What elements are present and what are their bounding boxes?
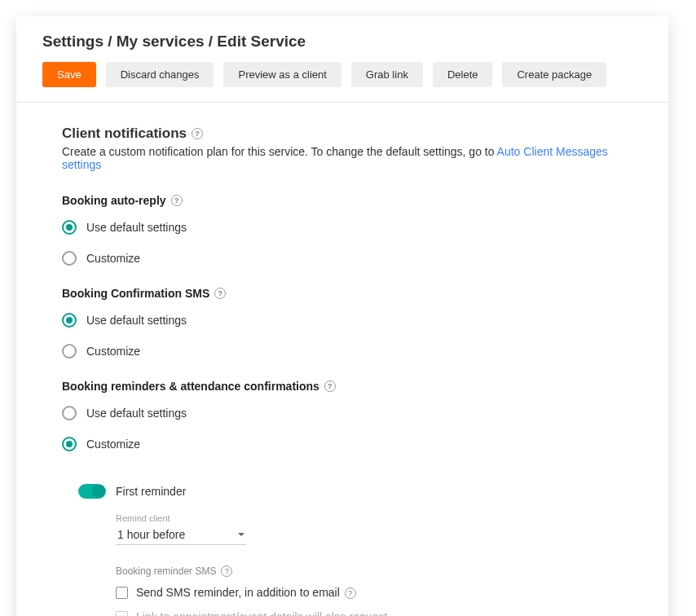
radio-label: Customize bbox=[86, 345, 140, 358]
help-icon[interactable]: ? bbox=[171, 195, 183, 206]
radio-selected-icon bbox=[62, 220, 77, 235]
auto-reply-customize-option[interactable]: Customize bbox=[62, 246, 623, 271]
auto-reply-radio-group: Use default settings Customize bbox=[62, 215, 623, 271]
reminder-sms-section: Booking reminder SMS ? Send SMS reminder… bbox=[116, 563, 623, 616]
radio-icon bbox=[62, 406, 77, 420]
first-reminder-toggle-row: First reminder bbox=[78, 484, 623, 499]
reminders-title-row: Booking reminders & attendance confirmat… bbox=[62, 380, 336, 393]
confirmation-sms-customize-option[interactable]: Customize bbox=[62, 339, 623, 363]
save-button[interactable]: Save bbox=[42, 62, 96, 87]
grab-link-button[interactable]: Grab link bbox=[351, 62, 423, 87]
toolbar: Save Discard changes Preview as a client… bbox=[42, 62, 642, 87]
send-sms-text: Send SMS reminder, in addition to email bbox=[136, 585, 340, 601]
reminder-sms-title: Booking reminder SMS bbox=[116, 565, 216, 577]
radio-label: Use default settings bbox=[86, 314, 187, 327]
confirmation-sms-default-option[interactable]: Use default settings bbox=[62, 308, 623, 332]
radio-icon bbox=[62, 251, 77, 266]
link-attendance-text: Link to appointment/event details will a… bbox=[136, 609, 446, 616]
section-title-row: Client notifications ? bbox=[62, 125, 203, 142]
link-attendance-checkbox-row: Link to appointment/event details will a… bbox=[116, 609, 623, 616]
radio-label: Customize bbox=[86, 252, 140, 265]
reminders-customize-panel: First reminder Remind client 1 hour befo… bbox=[78, 468, 623, 616]
section-title: Client notifications bbox=[62, 125, 187, 142]
radio-label: Use default settings bbox=[86, 221, 187, 234]
create-package-button[interactable]: Create package bbox=[502, 62, 606, 87]
section-description: Create a custom notification plan for th… bbox=[62, 145, 623, 171]
help-icon[interactable]: ? bbox=[221, 565, 232, 577]
help-icon[interactable]: ? bbox=[214, 288, 226, 299]
remind-client-select[interactable]: 1 hour before bbox=[116, 525, 246, 545]
preview-button[interactable]: Preview as a client bbox=[223, 62, 341, 87]
send-sms-checkbox-row[interactable]: Send SMS reminder, in addition to email … bbox=[116, 585, 623, 601]
checkbox-icon bbox=[116, 587, 128, 599]
settings-page: Settings / My services / Edit Service Sa… bbox=[16, 16, 668, 616]
checkbox-disabled-icon bbox=[116, 611, 128, 616]
help-icon[interactable]: ? bbox=[324, 381, 336, 392]
reminder-sms-title-row: Booking reminder SMS ? bbox=[116, 565, 232, 577]
section-desc-text: Create a custom notification plan for th… bbox=[62, 145, 497, 158]
breadcrumb: Settings / My services / Edit Service bbox=[42, 33, 642, 51]
first-reminder-toggle[interactable] bbox=[78, 484, 106, 499]
confirmation-sms-title: Booking Confirmation SMS bbox=[62, 287, 209, 300]
chevron-down-icon bbox=[238, 533, 244, 536]
content: Client notifications ? Create a custom n… bbox=[16, 103, 668, 616]
delete-button[interactable]: Delete bbox=[433, 62, 493, 87]
help-icon[interactable]: ? bbox=[192, 128, 203, 139]
auto-reply-title: Booking auto-reply bbox=[62, 194, 166, 207]
radio-label: Use default settings bbox=[86, 407, 187, 420]
reminders-default-option[interactable]: Use default settings bbox=[62, 401, 623, 425]
confirmation-sms-radio-group: Use default settings Customize bbox=[62, 308, 623, 363]
auto-reply-default-option[interactable]: Use default settings bbox=[62, 215, 623, 240]
reminders-title: Booking reminders & attendance confirmat… bbox=[62, 380, 319, 393]
remind-client-field: Remind client 1 hour before bbox=[116, 513, 623, 545]
auto-reply-title-row: Booking auto-reply ? bbox=[62, 194, 183, 207]
help-icon[interactable]: ? bbox=[345, 587, 356, 599]
radio-icon bbox=[62, 344, 77, 359]
radio-label: Customize bbox=[86, 438, 140, 451]
discard-button[interactable]: Discard changes bbox=[106, 62, 214, 87]
link-attendance-label: Link to appointment/event details will a… bbox=[136, 609, 446, 616]
reminders-radio-group: Use default settings Customize bbox=[62, 401, 623, 456]
remind-client-value: 1 hour before bbox=[117, 528, 185, 541]
send-sms-label: Send SMS reminder, in addition to email … bbox=[136, 585, 356, 601]
remind-client-label: Remind client bbox=[116, 513, 623, 523]
page-header: Settings / My services / Edit Service Sa… bbox=[16, 16, 668, 103]
first-reminder-label: First reminder bbox=[116, 485, 186, 498]
confirmation-sms-title-row: Booking Confirmation SMS ? bbox=[62, 287, 226, 300]
radio-selected-icon bbox=[62, 313, 77, 328]
radio-selected-icon bbox=[62, 437, 77, 451]
reminders-customize-option[interactable]: Customize bbox=[62, 432, 623, 456]
